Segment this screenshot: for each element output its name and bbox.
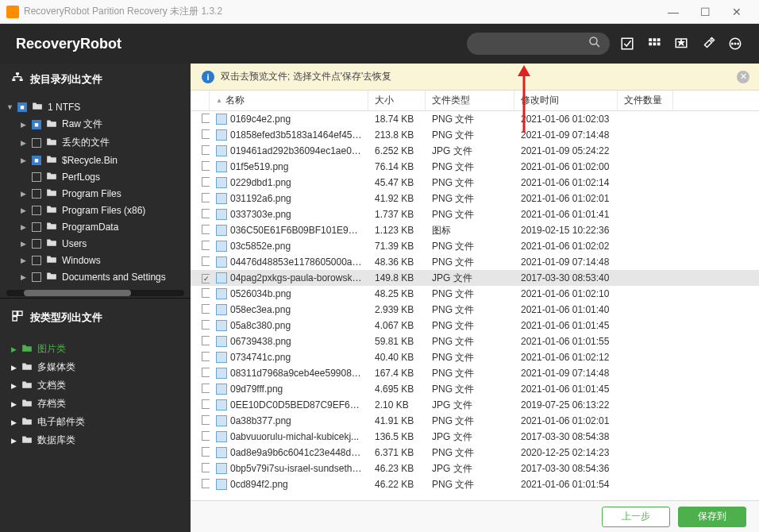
table-row[interactable]: 0a38b377.png41.91 KBPNG 文件2021-01-06 01:… [191,413,759,429]
table-row[interactable]: 0734741c.png40.40 KBPNG 文件2021-01-06 01:… [191,349,759,365]
table-row[interactable]: 04476d48853e1178605000a4...48.36 KBPNG 文… [191,254,759,270]
close-button[interactable]: ✕ [721,1,753,23]
row-checkbox[interactable] [202,129,210,139]
sidebar-horizontal-scrollbar[interactable] [6,290,184,296]
tree-checkbox[interactable] [32,172,41,182]
tree-checkbox[interactable] [32,222,41,232]
table-row[interactable]: 0169c4e2.png18.74 KBPNG 文件2021-01-06 01:… [191,111,759,127]
tree-item[interactable]: ▶ProgramData [0,218,191,235]
table-row[interactable]: 08311d7968a9ceb4ee599086...167.4 KBPNG 文… [191,365,759,381]
row-checkbox[interactable] [202,241,210,250]
table-row[interactable]: 0cd894f2.png46.22 KBPNG 文件2021-01-06 01:… [191,476,759,492]
row-checkbox[interactable] [202,399,210,409]
column-name[interactable]: ▲名称 [210,91,368,110]
row-checkbox[interactable] [202,415,210,425]
row-checkbox[interactable] [202,479,210,488]
row-checkbox[interactable] [202,288,210,298]
column-size[interactable]: 大小 [368,91,426,110]
type-item[interactable]: ▶电子邮件类 [0,413,191,431]
check-all-icon[interactable] [619,36,635,52]
row-checkbox[interactable] [202,161,210,171]
type-item[interactable]: ▶数据库类 [0,431,191,449]
row-checkbox[interactable] [202,114,210,123]
tree-item[interactable]: ▶Users [0,235,191,252]
bookmark-icon[interactable] [673,36,689,52]
table-row[interactable]: 0337303e.png1.737 KBPNG 文件2021-01-06 01:… [191,206,759,222]
maximize-button[interactable]: ☐ [689,1,721,23]
tree-item[interactable]: ▼■1 NTFS [0,98,191,115]
tree-checkbox[interactable] [32,239,41,249]
row-checkbox[interactable] [202,256,210,266]
tool-icon[interactable] [700,36,716,52]
tree-checkbox[interactable]: ■ [32,120,41,129]
tree-checkbox[interactable] [32,138,41,148]
table-row[interactable]: 01f5e519.png76.14 KBPNG 文件2021-01-06 01:… [191,159,759,175]
tree-toggle-icon[interactable]: ▶ [21,223,29,231]
table-row[interactable]: 0EE10DC0D5BED87C9EF68...2.10 KBJPG 文件201… [191,397,759,413]
table-row[interactable]: 06739438.png59.81 KBPNG 文件2021-01-06 01:… [191,333,759,349]
tree-toggle-icon[interactable]: ▶ [21,139,29,147]
tree-toggle-icon[interactable]: ▶ [21,121,29,129]
table-row[interactable]: 0ad8e9a9b6c6041c23e448d8b3...6.371 KBPNG… [191,445,759,461]
tree-toggle-icon[interactable]: ▼ [6,103,14,111]
row-checkbox[interactable] [202,368,210,377]
type-item[interactable]: ▶存档类 [0,395,191,413]
row-checkbox[interactable] [202,304,210,314]
more-icon[interactable] [727,36,743,52]
tree-item[interactable]: ▶Program Files [0,185,191,202]
tree-checkbox[interactable] [32,272,41,282]
table-row[interactable]: 036C50E61F6B09BF101E96C...1.123 KB图标2019… [191,222,759,238]
row-checkbox[interactable] [202,209,210,218]
minimize-button[interactable]: — [657,1,689,23]
table-row[interactable]: 019461ad292b36094ec1ae07...6.252 KBJPG 文… [191,143,759,159]
tree-item[interactable]: ▶■$Recycle.Bin [0,152,191,168]
column-checkbox[interactable] [191,91,210,110]
tree-item[interactable]: PerfLogs [0,168,191,185]
row-checkbox[interactable] [202,384,210,393]
table-row[interactable]: 031192a6.png41.92 KBPNG 文件2021-01-06 01:… [191,191,759,206]
tree-item[interactable]: ▶■Raw 文件 [0,115,191,133]
table-row[interactable]: 04pag2pxkgs-paula-borowska...149.8 KBJPG… [191,270,759,286]
row-checkbox[interactable] [202,320,210,330]
table-row[interactable]: 05a8c380.png4.067 KBPNG 文件2021-01-06 01:… [191,318,759,333]
tree-checkbox[interactable] [32,189,41,199]
row-checkbox[interactable] [202,463,210,472]
table-row[interactable]: 0229dbd1.png45.47 KBPNG 文件2021-01-06 01:… [191,175,759,191]
tree-checkbox[interactable]: ■ [17,102,27,112]
tree-toggle-icon[interactable]: ▶ [21,190,29,198]
row-checkbox[interactable] [202,447,210,457]
row-checkbox[interactable] [202,431,210,441]
row-checkbox[interactable] [202,274,210,283]
column-type[interactable]: 文件类型 [426,91,514,110]
table-row[interactable]: 01858efed3b5183a1464ef455...213.8 KBPNG … [191,127,759,143]
prev-step-button[interactable]: 上一步 [602,507,670,527]
tree-toggle-icon[interactable]: ▶ [21,256,29,264]
type-item[interactable]: ▶文档类 [0,376,191,395]
info-close-icon[interactable]: ✕ [737,71,749,83]
tree-item[interactable]: ▶丢失的文件 [0,133,191,152]
row-checkbox[interactable] [202,225,210,234]
tree-checkbox[interactable]: ■ [32,156,41,165]
tree-checkbox[interactable] [32,206,41,215]
column-count[interactable]: 文件数量 [618,91,673,110]
row-checkbox[interactable] [202,145,210,155]
table-row[interactable]: 0bp5v79i7su-israel-sundsethj...46.23 KBJ… [191,461,759,476]
table-row[interactable]: 03c5852e.png71.39 KBPNG 文件2021-01-06 01:… [191,238,759,254]
type-item[interactable]: ▶多媒体类 [0,358,191,376]
column-date[interactable]: 修改时间 [514,91,618,110]
tree-checkbox[interactable] [32,256,41,265]
tree-item[interactable]: ▶Documents and Settings [0,268,191,285]
save-to-button[interactable]: 保存到 [678,507,746,527]
tree-item[interactable]: ▶Windows [0,252,191,268]
row-checkbox[interactable] [202,336,210,345]
tree-toggle-icon[interactable]: ▶ [21,206,29,214]
type-item[interactable]: ▶图片类 [0,340,191,358]
table-row[interactable]: 09d79fff.png4.695 KBPNG 文件2021-01-06 01:… [191,381,759,397]
tree-item[interactable]: ▶Program Files (x86) [0,202,191,218]
table-body[interactable]: 0169c4e2.png18.74 KBPNG 文件2021-01-06 01:… [191,111,759,500]
tree-toggle-icon[interactable]: ▶ [21,240,29,248]
table-row[interactable]: 058ec3ea.png2.939 KBPNG 文件2021-01-06 01:… [191,302,759,318]
tree-toggle-icon[interactable]: ▶ [21,156,29,164]
table-row[interactable]: 0526034b.png48.25 KBPNG 文件2021-01-06 01:… [191,286,759,302]
grid-view-icon[interactable] [646,36,662,52]
